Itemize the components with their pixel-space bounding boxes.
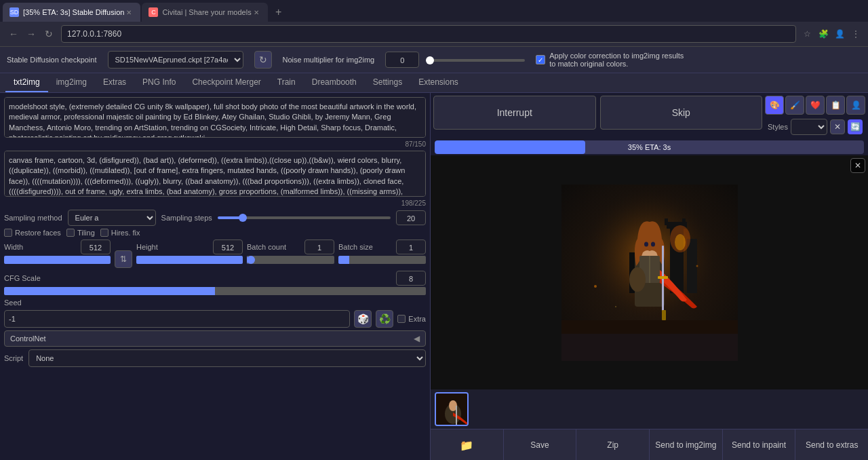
svg-rect-15 — [662, 246, 664, 313]
styles-apply-button[interactable]: 🔄 — [848, 119, 863, 134]
tab-label-2: Civitai | Share your models — [162, 8, 251, 16]
menu-icon[interactable]: ⋮ — [849, 27, 863, 41]
style-button-3[interactable]: ❤️ — [806, 96, 825, 115]
batch-count-label: Batch count — [247, 243, 286, 251]
batch-count-slider[interactable] — [247, 256, 334, 264]
negative-prompt-input[interactable]: canvas frame, cartoon, 3d, (disfigured))… — [4, 151, 426, 197]
tab-stable-diffusion[interactable]: SD [35% ETA: 3s] Stable Diffusion ✕ — [3, 3, 140, 22]
seed-randomize-button[interactable]: 🎲 — [354, 310, 372, 328]
tab-extras[interactable]: Extras — [95, 73, 134, 92]
sampling-steps-value: 20 — [396, 210, 426, 225]
height-value: 512 — [213, 239, 243, 254]
checkpoint-label: Stable Diffusion checkpoint — [7, 56, 97, 64]
sampling-method-select[interactable]: Euler a — [68, 210, 156, 226]
color-correction-checkbox[interactable]: ✓ — [536, 55, 545, 64]
styles-clear-button[interactable]: ✕ — [830, 119, 845, 134]
right-panel: Interrupt Skip 🎨 🖌️ ❤️ 📋 👤 Styles — [431, 93, 868, 460]
tab-checkpoint-merger[interactable]: Checkpoint Merger — [184, 73, 269, 92]
cfg-slider[interactable] — [4, 287, 426, 295]
sampling-steps-slider[interactable] — [218, 216, 391, 219]
height-label: Height — [136, 243, 158, 251]
seed-reuse-button[interactable]: ♻️ — [376, 310, 393, 328]
send-to-extras-button[interactable]: Send to extras — [795, 429, 868, 460]
style-button-4[interactable]: 📋 — [826, 96, 845, 115]
checkpoint-select[interactable]: SD15NewVAEpruned.ckpt [27a4ac756c] — [108, 51, 243, 69]
zip-button[interactable]: Zip — [576, 429, 650, 460]
tab-close-2[interactable]: ✕ — [252, 7, 261, 17]
bookmark-icon[interactable]: ☆ — [800, 27, 814, 41]
progress-bar-outer: 35% ETA: 3s — [435, 140, 864, 154]
bottom-action-bar: 📁 Save Zip Send to img2img Send to inpai… — [431, 429, 868, 460]
positive-prompt-counter: 87/150 — [4, 140, 426, 148]
tab-png-info[interactable]: PNG Info — [134, 73, 184, 92]
tab-extensions[interactable]: Extensions — [410, 73, 467, 92]
tiling-checkbox[interactable]: Tiling — [66, 229, 95, 237]
positive-prompt-container: modelshoot style, (extremely detailed CG… — [4, 97, 426, 148]
tab-settings[interactable]: Settings — [365, 73, 410, 92]
seed-input[interactable]: -1 — [4, 310, 350, 328]
action-buttons-group: Interrupt Skip — [433, 96, 762, 136]
style-button-5[interactable]: 👤 — [846, 96, 865, 115]
svg-point-21 — [594, 285, 597, 288]
restore-faces-checkbox[interactable]: Restore faces — [4, 229, 61, 237]
send-extras-label: Send to extras — [806, 440, 858, 450]
new-tab-button[interactable]: + — [269, 3, 288, 22]
interrupt-button[interactable]: Interrupt — [433, 96, 596, 130]
batch-size-slider[interactable] — [338, 256, 426, 264]
styles-select[interactable] — [791, 119, 827, 135]
batch-size-header: Batch size 1 — [338, 239, 426, 254]
tab-txt2img[interactable]: txt2img — [5, 73, 48, 92]
batch-size-group: Batch size 1 — [338, 239, 426, 264]
progress-bar-fill — [435, 140, 585, 154]
script-row: Script None — [4, 349, 426, 367]
batch-size-label: Batch size — [338, 243, 373, 251]
svg-point-19 — [644, 242, 648, 246]
thumbnail-row — [431, 389, 868, 429]
positive-prompt-input[interactable]: modelshoot style, (extremely detailed CG… — [4, 97, 426, 138]
width-value: 512 — [81, 239, 111, 254]
account-icon[interactable]: 👤 — [833, 27, 846, 41]
script-label: Script — [4, 354, 23, 362]
tab-close-1[interactable]: ✕ — [124, 7, 134, 17]
styles-dropdown-row: Styles ✕ 🔄 — [765, 117, 865, 136]
width-slider[interactable] — [4, 256, 111, 264]
noise-slider[interactable] — [430, 58, 525, 62]
zip-label: Zip — [607, 440, 618, 450]
refresh-button[interactable]: ↻ — [41, 26, 57, 42]
sampling-row: Sampling method Euler a Sampling steps 2… — [4, 210, 426, 226]
folder-icon: 📁 — [460, 439, 473, 452]
save-button[interactable]: Save — [504, 429, 577, 460]
cfg-value: 8 — [396, 271, 426, 286]
extra-seed-checkbox[interactable]: Extra — [397, 315, 426, 323]
style-button-1[interactable]: 🎨 — [765, 96, 784, 115]
svg-rect-28 — [456, 406, 457, 425]
skip-button[interactable]: Skip — [600, 96, 763, 130]
style-button-2[interactable]: 🖌️ — [785, 96, 804, 115]
image-close-button[interactable]: ✕ — [850, 158, 865, 173]
script-select[interactable]: None — [28, 349, 426, 367]
hires-fix-checkbox[interactable]: Hires. fix — [100, 229, 140, 237]
tab-favicon-1: SD — [9, 7, 19, 17]
extra-label: Extra — [408, 315, 426, 323]
height-slider[interactable] — [136, 256, 243, 264]
send-to-img2img-button[interactable]: Send to img2img — [650, 429, 723, 460]
checkpoint-refresh-button[interactable]: ↻ — [254, 51, 272, 69]
url-input[interactable]: 127.0.0.1:7860 — [61, 25, 796, 43]
controlnet-section-header[interactable]: ControlNet ◀ — [4, 330, 426, 347]
tab-dreambooth[interactable]: Dreambooth — [304, 73, 365, 92]
forward-button[interactable]: → — [23, 26, 39, 42]
tab-img2img[interactable]: img2img — [48, 73, 95, 92]
send-to-inpaint-button[interactable]: Send to inpaint — [723, 429, 796, 460]
negative-prompt-counter: 198/225 — [4, 199, 426, 207]
browser-toolbar-icons: ☆ 🧩 👤 ⋮ — [800, 27, 863, 41]
back-button[interactable]: ← — [5, 26, 22, 42]
tab-train[interactable]: Train — [269, 73, 304, 92]
open-folder-button[interactable]: 📁 — [431, 429, 504, 460]
send-inpaint-label: Send to inpaint — [732, 440, 786, 450]
tab-civitai[interactable]: C Civitai | Share your models ✕ — [142, 3, 267, 22]
send-img2img-label: Send to img2img — [655, 440, 716, 450]
thumbnail-1[interactable] — [435, 392, 469, 426]
tiling-label: Tiling — [77, 229, 95, 237]
extensions-icon[interactable]: 🧩 — [816, 27, 830, 41]
lock-aspect-ratio-button[interactable]: ⇅ — [115, 250, 132, 268]
